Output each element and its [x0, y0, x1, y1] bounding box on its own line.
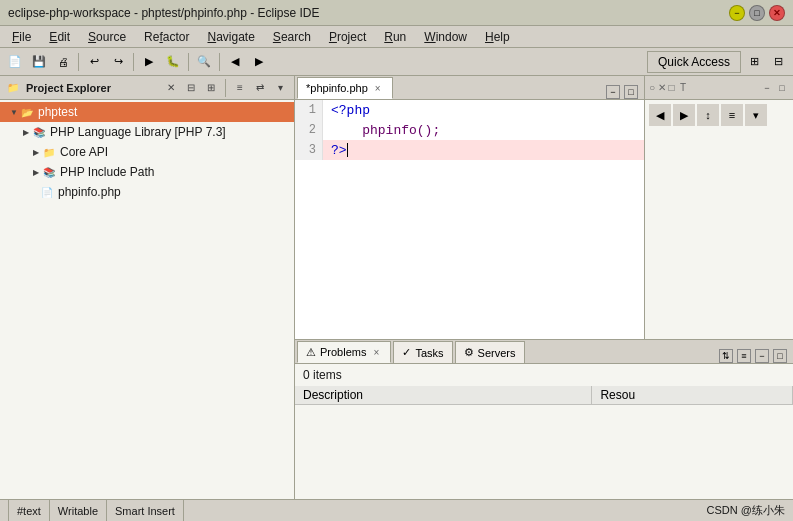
menu-refactor[interactable]: Refactor: [136, 28, 197, 46]
status-text: #text: [8, 500, 50, 521]
views-button[interactable]: ⊟: [767, 51, 789, 73]
editor-min-btn[interactable]: −: [606, 85, 620, 99]
toolbar-sep-2: [133, 53, 134, 71]
tree-arrow-php-include: ▶: [30, 166, 42, 178]
print-button[interactable]: 🖨: [52, 51, 74, 73]
code-lines: 1 <?php 2 phpinfo(); 3 ?>: [295, 100, 644, 160]
side-btn-5[interactable]: ▾: [745, 104, 767, 126]
bottom-panel-ctrl-2[interactable]: ≡: [737, 349, 751, 363]
forward-button[interactable]: ▶: [248, 51, 270, 73]
problems-tab-close[interactable]: ×: [370, 346, 382, 358]
menu-help[interactable]: Help: [477, 28, 518, 46]
title-bar: eclipse-php-workspace - phptest/phpinfo.…: [0, 0, 793, 26]
right-side-panel: ○ ✕ □ T − □ ◀ ▶ ↕ ≡ ▾: [645, 76, 793, 339]
menu-navigate[interactable]: Navigate: [199, 28, 262, 46]
line-content-1: <?php: [323, 100, 378, 120]
side-btn-1[interactable]: ◀: [649, 104, 671, 126]
panel-sep: [225, 79, 226, 97]
side-btn-2[interactable]: ▶: [673, 104, 695, 126]
window-title: eclipse-php-workspace - phptest/phpinfo.…: [8, 6, 320, 20]
maximize-panel-icon[interactable]: ⊞: [203, 80, 219, 96]
code-line-3: 3 ?>: [295, 140, 644, 160]
project-explorer-content: ▼ 📂 phptest ▶ 📚 PHP Language Library [PH…: [0, 100, 294, 499]
line-num-3: 3: [295, 140, 323, 160]
close-panel-icon[interactable]: ✕: [163, 80, 179, 96]
line-content-2: phpinfo();: [323, 120, 448, 140]
minimize-button[interactable]: −: [729, 5, 745, 21]
back-button[interactable]: ◀: [224, 51, 246, 73]
bottom-tab-problems[interactable]: ⚠ Problems ×: [297, 341, 391, 363]
project-explorer-header: 📁 Project Explorer ✕ ⊟ ⊞ ≡ ⇄ ▾: [0, 76, 294, 100]
problems-icon: ⚠: [306, 346, 316, 359]
status-insert-mode: Smart Insert: [107, 500, 184, 521]
bottom-tab-tasks[interactable]: ✓ Tasks: [393, 341, 452, 363]
editor-tab-bar: *phpinfo.php × − □: [295, 76, 644, 100]
bottom-tab-tasks-label: Tasks: [415, 347, 443, 359]
tasks-icon: ✓: [402, 346, 411, 359]
tree-item-phptest[interactable]: ▼ 📂 phptest: [0, 102, 294, 122]
search-button[interactable]: 🔍: [193, 51, 215, 73]
project-explorer-title: Project Explorer: [26, 82, 159, 94]
minimize-panel-icon[interactable]: ⊟: [183, 80, 199, 96]
bottom-tab-servers-label: Servers: [478, 347, 516, 359]
close-button[interactable]: ✕: [769, 5, 785, 21]
side-btn-4[interactable]: ≡: [721, 104, 743, 126]
tree-item-phpinfo-file[interactable]: 📄 phpinfo.php: [0, 182, 294, 202]
bottom-tab-problems-label: Problems: [320, 346, 366, 358]
link-editor-icon[interactable]: ⇄: [252, 80, 268, 96]
side-panel-max-btn[interactable]: □: [775, 81, 789, 95]
editor-tab-phpinfo[interactable]: *phpinfo.php ×: [297, 77, 393, 99]
editor-tab-label: *phpinfo.php: [306, 82, 368, 94]
editor-tab-close[interactable]: ×: [372, 82, 384, 94]
menu-search[interactable]: Search: [265, 28, 319, 46]
quick-access-button[interactable]: Quick Access: [647, 51, 741, 73]
editor-content[interactable]: 1 <?php 2 phpinfo(); 3 ?>: [295, 100, 644, 339]
toolbar-sep-4: [219, 53, 220, 71]
bottom-panel-max-btn[interactable]: □: [773, 349, 787, 363]
collapse-all-icon[interactable]: ≡: [232, 80, 248, 96]
maximize-button[interactable]: □: [749, 5, 765, 21]
menu-project[interactable]: Project: [321, 28, 374, 46]
toolbar-sep-1: [78, 53, 79, 71]
new-button[interactable]: 📄: [4, 51, 26, 73]
menu-file[interactable]: File: [4, 28, 39, 46]
editor-area: *phpinfo.php × − □ 1 <?php: [295, 76, 793, 339]
file-icon-phpinfo: 📄: [40, 185, 54, 199]
side-btn-3[interactable]: ↕: [697, 104, 719, 126]
menu-edit[interactable]: Edit: [41, 28, 78, 46]
perspective-button[interactable]: ⊞: [743, 51, 765, 73]
undo-button[interactable]: ↩: [83, 51, 105, 73]
run-button[interactable]: ▶: [138, 51, 160, 73]
side-panel-min-btn[interactable]: −: [760, 81, 774, 95]
tree-arrow-phptest: ▼: [8, 106, 20, 118]
tree-item-core-api[interactable]: ▶ 📁 Core API: [0, 142, 294, 162]
tree-arrow-core-api: ▶: [30, 146, 42, 158]
folder-icon-core-api: 📁: [42, 145, 56, 159]
panel-menu-icon[interactable]: ▾: [272, 80, 288, 96]
tree-item-php-lang-lib[interactable]: ▶ 📚 PHP Language Library [PHP 7.3]: [0, 122, 294, 142]
redo-button[interactable]: ↪: [107, 51, 129, 73]
side-panel-controls: − □: [688, 81, 789, 95]
bottom-tab-servers[interactable]: ⚙ Servers: [455, 341, 525, 363]
save-button[interactable]: 💾: [28, 51, 50, 73]
bottom-panel-ctrl-1[interactable]: ⇅: [719, 349, 733, 363]
debug-button[interactable]: 🐛: [162, 51, 184, 73]
code-line-1: 1 <?php: [295, 100, 644, 120]
project-explorer-icon: 📁: [6, 81, 20, 95]
line-content-3: ?>: [323, 140, 356, 160]
bottom-tab-controls: ⇅ ≡ − □: [713, 349, 791, 363]
menu-source[interactable]: Source: [80, 28, 134, 46]
menu-window[interactable]: Window: [416, 28, 475, 46]
editor-max-btn[interactable]: □: [624, 85, 638, 99]
status-writable: Writable: [50, 500, 107, 521]
editor-tab-controls: − □: [600, 85, 642, 99]
menu-run[interactable]: Run: [376, 28, 414, 46]
lib-icon-php-lang: 📚: [32, 125, 46, 139]
tree-item-php-include[interactable]: ▶ 📚 PHP Include Path: [0, 162, 294, 182]
bottom-panel-min-btn[interactable]: −: [755, 349, 769, 363]
col-description: Description: [295, 386, 592, 405]
status-bar: #text Writable Smart Insert CSDN @练小朱: [0, 499, 793, 521]
col-resource: Resou: [592, 386, 793, 405]
bottom-content: 0 items Description Resou: [295, 364, 793, 499]
line-num-2: 2: [295, 120, 323, 140]
